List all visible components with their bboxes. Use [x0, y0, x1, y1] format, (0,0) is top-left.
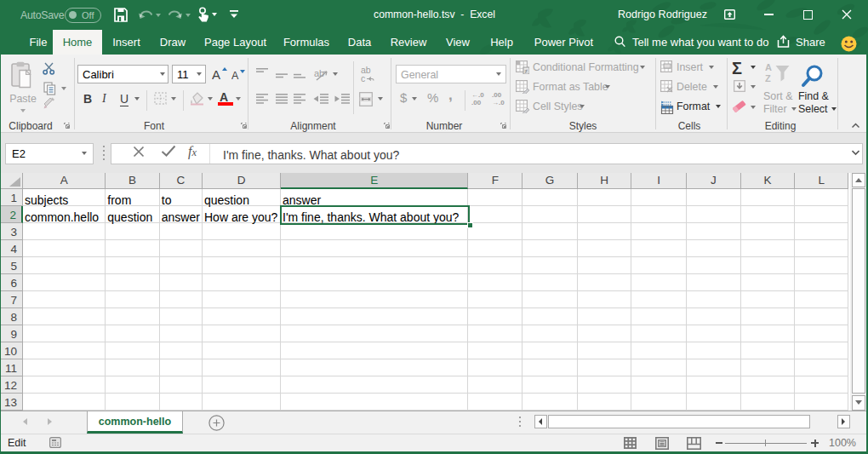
- svg-text:c: c: [361, 73, 365, 83]
- svg-text:A: A: [212, 67, 220, 81]
- svg-text:A: A: [765, 62, 772, 72]
- svg-text:ab: ab: [314, 68, 324, 78]
- svg-text:Z: Z: [765, 73, 771, 83]
- svg-text:≠: ≠: [525, 68, 528, 74]
- svg-text:A: A: [231, 70, 239, 81]
